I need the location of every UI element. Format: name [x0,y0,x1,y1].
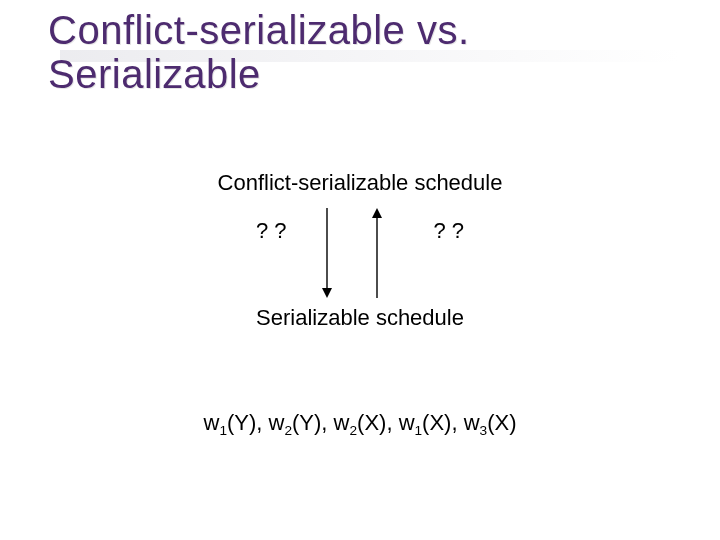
op-0: w1(Y) [204,410,257,435]
op-2: w2(X) [334,410,387,435]
schedule-example: w1(Y), w2(Y), w2(X), w1(X), w3(X) [0,410,720,438]
label-serializable: Serializable schedule [0,305,720,331]
label-conflict-serializable: Conflict-serializable schedule [0,170,720,196]
slide-title: Conflict-serializable vs. Serializable [48,8,688,96]
arrow-up-icon [370,208,384,298]
svg-marker-1 [322,288,332,298]
op-3: w1(X) [399,410,452,435]
question-marks-right: ? ? [433,218,464,244]
op-1: w2(Y) [269,410,322,435]
svg-marker-3 [372,208,382,218]
arrows-row: ? ? ? ? [0,208,720,298]
question-marks-left: ? ? [256,218,287,244]
op-4: w3(X) [464,410,517,435]
arrow-down-icon [320,208,334,298]
